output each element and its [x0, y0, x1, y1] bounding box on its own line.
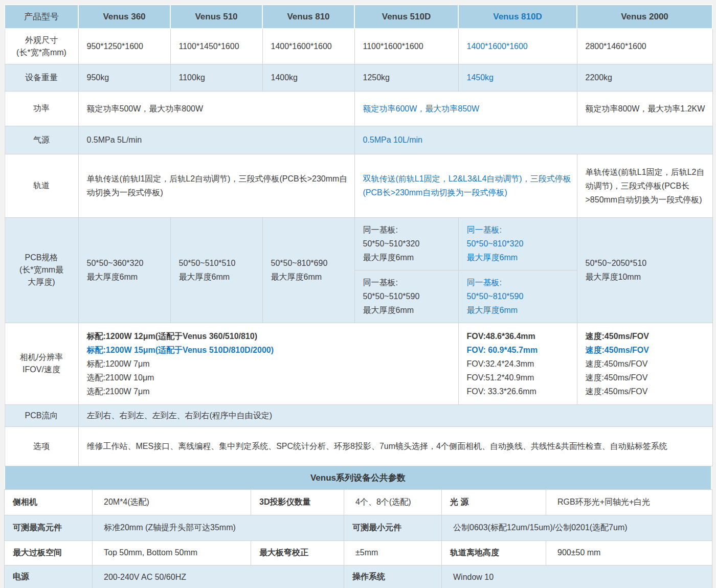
line: (长*宽mm最: [8, 264, 75, 276]
dimensions-label: 外观尺寸 (长*宽*高mm): [5, 29, 78, 64]
line: 最大厚度6mm: [363, 251, 453, 264]
side-camera-value: 20M*4(选配): [93, 489, 251, 515]
line: 标配:1200W 12μm(适配于Venus 360/510/810): [87, 329, 453, 343]
power-supply-value: 200-240V AC 50/60HZ: [93, 565, 344, 588]
max-component-label: 可测最高元件: [5, 515, 93, 540]
row-pcb-flow: PCB流向 左到右、右到左、左到左、右到右(程序中自由设定): [5, 404, 712, 426]
light-source-label: 光 源: [442, 489, 546, 515]
row-weight: 设备重量 950kg 1100kg 1400kg 1250kg 1450kg 2…: [5, 64, 712, 91]
line: 50*50~510*590: [363, 289, 453, 303]
dimensions-venus-810: 1400*1600*1600: [262, 29, 354, 64]
min-component-value: 公制0603(标配12um/15um)/公制0201(选配7um): [442, 515, 712, 540]
camera-config: 标配:1200W 12μm(适配于Venus 360/510/810) 标配:1…: [78, 323, 458, 404]
min-component-label: 可测最小元件: [344, 515, 442, 540]
power-standard: 额定功率500W，最大功率800W: [78, 91, 354, 126]
line: 速度:450ms/FOV: [586, 357, 707, 371]
header-venus-810d: Venus 810D: [458, 5, 577, 29]
row-options: 选项 维修工作站、MES接口、离线编程、集中判定系统、SPC统计分析、环形8投影…: [5, 426, 712, 466]
line: 最大厚度6mm: [467, 303, 572, 317]
common-params-table: 侧相机 20M*4(选配) 3D投影仪数量 4个、8个(选配) 光 源 RGB环…: [4, 489, 712, 588]
warp-correction-label: 最大板弯校正: [251, 540, 344, 565]
line: 50*50~360*320: [87, 256, 165, 270]
weight-venus-510: 1100kg: [170, 64, 262, 91]
power-label: 功率: [5, 91, 78, 126]
line: 大厚度): [8, 276, 75, 288]
air-standard: 0.5MPa 5L/min: [78, 126, 354, 154]
header-venus-360: Venus 360: [78, 5, 170, 29]
line: (长*宽*高mm): [8, 47, 75, 59]
row-pcb-spec-top: PCB规格 (长*宽mm最 大厚度) 50*50~360*320 最大厚度6mm…: [5, 217, 712, 270]
line: 50*50~510*510: [179, 256, 257, 270]
side-camera-label: 侧相机: [5, 489, 93, 515]
pcb-spec-venus-510d-bottom: 同一基板: 50*50~510*590 最大厚度6mm: [354, 270, 458, 323]
pcb-spec-label: PCB规格 (长*宽mm最 大厚度): [5, 217, 78, 323]
os-label: 操作系统: [344, 565, 442, 588]
header-row: 产品型号 Venus 360 Venus 510 Venus 810 Venus…: [5, 5, 712, 29]
row-component-height: 可测最高元件 标准20mm (Z轴提升头部可达35mm) 可测最小元件 公制06…: [5, 515, 712, 540]
options-label: 选项: [5, 426, 78, 466]
line: 同一基板:: [363, 223, 453, 237]
weight-venus-2000: 2200kg: [577, 64, 712, 91]
line: 选配:2100W 10μm: [87, 371, 453, 385]
line: 同一基板:: [363, 276, 453, 289]
line: 50*50~810*690: [271, 256, 349, 270]
line: 选配:2100W 7μm: [87, 385, 453, 398]
line: 50*50~810*590: [467, 289, 572, 303]
spec-sheet: 产品型号 Venus 360 Venus 510 Venus 810 Venus…: [0, 0, 716, 588]
line: FOV:51.2*40.9mm: [467, 371, 572, 385]
pcb-flow-value: 左到右、右到左、左到左、右到右(程序中自由设定): [78, 404, 712, 426]
line: 外观尺寸: [8, 34, 75, 47]
light-source-value: RGB环形光+同轴光+白光: [546, 489, 712, 515]
pcb-spec-venus-810d-top: 同一基板: 50*50~810*320 最大厚度6mm: [458, 217, 577, 270]
weight-venus-810: 1400kg: [262, 64, 354, 91]
max-component-value: 标准20mm (Z轴提升头部可达35mm): [93, 515, 344, 540]
air-dual: 0.5MPa 10L/min: [354, 126, 712, 154]
line: 最大厚度10mm: [586, 270, 707, 284]
power-supply-label: 电源: [5, 565, 93, 588]
line: 速度:450ms/FOV: [586, 385, 707, 398]
row-power: 功率 额定功率500W，最大功率800W 额定功率600W，最大功率850W 额…: [5, 91, 712, 126]
line: 最大厚度6mm: [271, 270, 349, 284]
header-venus-510d: Venus 510D: [354, 5, 458, 29]
line: 50*50~2050*510: [586, 256, 707, 270]
options-value: 维修工作站、MES接口、离线编程、集中判定系统、SPC统计分析、环形8投影、7u…: [78, 426, 712, 466]
row-rail: 轨道 单轨传送(前轨l1固定，后轨L2自动调节)，三段式停板(PCB长>230m…: [5, 154, 712, 217]
rail-dual: 双轨传送(前轨L1固定，L2&L3&L4自动调节)，三段式停板(PCB长>230…: [354, 154, 577, 217]
pcb-spec-venus-810d-bottom: 同一基板: 50*50~810*590 最大厚度6mm: [458, 270, 577, 323]
header-product-model: 产品型号: [5, 5, 78, 29]
header-venus-510: Venus 510: [170, 5, 262, 29]
dimensions-venus-510: 1100*1450*1600: [170, 29, 262, 64]
row-clearance: 最大过板空间 Top 50mm, Bottom 50mm 最大板弯校正 ±5mm…: [5, 540, 712, 565]
board-clearance-label: 最大过板空间: [5, 540, 93, 565]
row-dimensions: 外观尺寸 (长*宽*高mm) 950*1250*1600 1100*1450*1…: [5, 29, 712, 64]
pcb-spec-venus-2000: 50*50~2050*510 最大厚度10mm: [577, 217, 712, 323]
line: 同一基板:: [467, 276, 572, 289]
line: 标配:1200W 15μm(适配于Venus 510D/810D/2000): [87, 343, 453, 357]
line: IFOV/速度: [8, 364, 75, 376]
row-side-camera: 侧相机 20M*4(选配) 3D投影仪数量 4个、8个(选配) 光 源 RGB环…: [5, 489, 712, 515]
line: FOV:32.4*24.3mm: [467, 357, 572, 371]
weight-label: 设备重量: [5, 64, 78, 91]
rail-venus-2000: 单轨传送(前轨L1固定，后轨L2自动调节)，三段式停板(PCB长>850mm自动…: [577, 154, 712, 217]
pcb-spec-venus-360: 50*50~360*320 最大厚度6mm: [78, 217, 170, 323]
line: 相机/分辨率: [8, 351, 75, 364]
line: 最大厚度6mm: [87, 270, 165, 284]
header-venus-810: Venus 810: [262, 5, 354, 29]
dimensions-venus-2000: 2800*1460*1600: [577, 29, 712, 64]
row-air: 气源 0.5MPa 5L/min 0.5MPa 10L/min: [5, 126, 712, 154]
pcb-spec-venus-510d-top: 同一基板: 50*50~510*320 最大厚度6mm: [354, 217, 458, 270]
air-label: 气源: [5, 126, 78, 154]
line: PCB规格: [8, 252, 75, 264]
line: 50*50~510*320: [363, 237, 453, 251]
dimensions-venus-510d: 1100*1600*1600: [354, 29, 458, 64]
line: FOV:48.6*36.4mm: [467, 329, 572, 343]
weight-venus-810d: 1450kg: [458, 64, 577, 91]
rail-height-label: 轨道离地高度: [442, 540, 546, 565]
projector-count-value: 4个、8个(选配): [344, 489, 442, 515]
line: 50*50~810*320: [467, 237, 572, 251]
pcb-flow-label: PCB流向: [5, 404, 78, 426]
line: 最大厚度6mm: [467, 251, 572, 264]
row-camera: 相机/分辨率 IFOV/速度 标配:1200W 12μm(适配于Venus 36…: [5, 323, 712, 404]
camera-fov: FOV:48.6*36.4mm FOV: 60.9*45.7mm FOV:32.…: [458, 323, 577, 404]
os-value: Window 10: [442, 565, 712, 588]
